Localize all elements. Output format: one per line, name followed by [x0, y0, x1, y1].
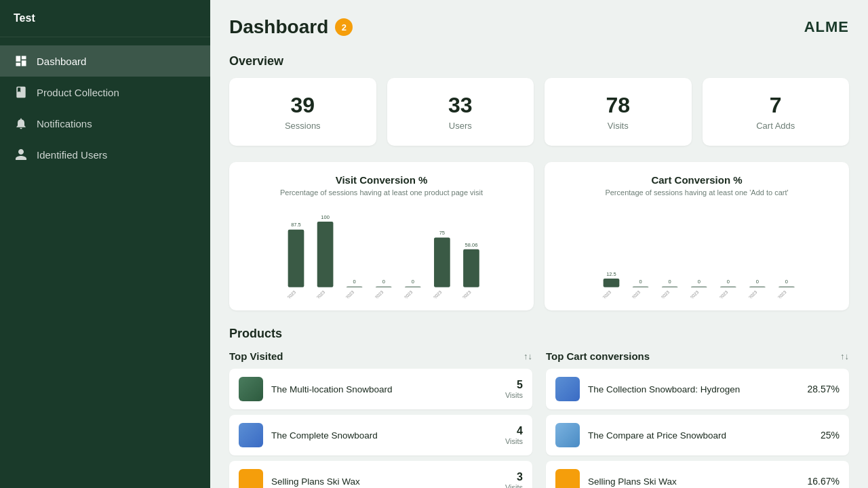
- list-item[interactable]: Selling Plans Ski Wax 16.67%: [546, 461, 849, 488]
- top-visited-col: Top Visited ↑↓ The Multi-location Snowbo…: [229, 350, 532, 488]
- visit-conversion-chart: Visit Conversion % Percentage of session…: [229, 162, 534, 310]
- list-item[interactable]: The Collection Snowboard: Hydrogen 28.57…: [546, 369, 849, 409]
- product-stat: 4 Visits: [505, 425, 523, 445]
- cart-x-label-2: Dec 26, 2023: [648, 289, 670, 298]
- sidebar-item-label: Identified Users: [37, 149, 107, 161]
- stat-card-users: 33 Users: [387, 78, 534, 146]
- cart-bar-label-5: 0: [756, 279, 759, 285]
- stat-label-sessions: Sessions: [240, 121, 366, 131]
- cart-x-label-1: Dec 27, 2023: [619, 289, 641, 298]
- x-label-5: Dec 23, 2023: [420, 289, 442, 298]
- bar-label-2: 0: [353, 279, 356, 285]
- cart-bar-label-3: 0: [698, 279, 701, 285]
- list-item[interactable]: The Compare at Price Snowboard 25%: [546, 415, 849, 455]
- sidebar-nav: Dashboard Product Collection Notificatio…: [0, 37, 210, 178]
- sidebar-item-notifications[interactable]: Notifications: [0, 108, 210, 139]
- cart-bar-label-1: 0: [639, 279, 642, 285]
- stat-card-visits: 78 Visits: [545, 78, 692, 146]
- top-cart-title: Top Cart conversions: [546, 350, 650, 362]
- bar-group-cart: 12.5 0 0 0 0 0 0: [604, 271, 795, 287]
- product-thumb: [555, 423, 580, 447]
- list-item[interactable]: Selling Plans Ski Wax 3 Visits: [229, 461, 532, 488]
- x-axis-labels: Dec 28, 2023 Dec 27, 2023 Dec 26, 2023 D…: [275, 289, 472, 298]
- bar-4: [405, 287, 421, 287]
- cart-bar-label-4: 0: [727, 279, 730, 285]
- x-label-6: Dec 22, 2023: [450, 289, 472, 298]
- cart-x-label-0: Dec 28, 2023: [590, 289, 612, 298]
- cart-x-label-6: Dec 22, 2023: [766, 289, 787, 298]
- main-content: Dashboard 2 ALME Overview 39 Sessions 33…: [210, 0, 868, 488]
- product-stat-label: Visits: [505, 437, 523, 445]
- sort-icon-visited[interactable]: ↑↓: [524, 351, 532, 361]
- bar-label-0: 87.5: [291, 222, 301, 228]
- notification-badge[interactable]: 2: [335, 18, 353, 36]
- bar-0: [288, 230, 304, 287]
- top-visited-header: Top Visited ↑↓: [229, 350, 532, 362]
- bar-5: [434, 238, 450, 287]
- visit-conversion-title: Visit Conversion %: [241, 174, 521, 186]
- stat-label-cart-adds: Cart Adds: [713, 121, 839, 131]
- stat-card-sessions: 39 Sessions: [229, 78, 376, 146]
- x-label-1: Dec 27, 2023: [304, 289, 326, 298]
- products-section: Products Top Visited ↑↓ The Multi-locati…: [229, 327, 849, 488]
- overview-section-title: Overview: [229, 54, 849, 68]
- product-name: The Multi-location Snowboard: [271, 384, 497, 394]
- x-label-2: Dec 26, 2023: [333, 289, 355, 298]
- x-label-3: Dec 25, 2023: [362, 289, 384, 298]
- product-thumb: [555, 469, 580, 488]
- cart-bar-3: [691, 287, 707, 287]
- product-name: Selling Plans Ski Wax: [271, 476, 497, 487]
- stat-value-users: 33: [398, 93, 524, 118]
- bar-label-5: 75: [439, 230, 445, 236]
- sidebar-item-product-collection[interactable]: Product Collection: [0, 77, 210, 108]
- cart-bar-chart: 12.5 0 0 0 0 0 0: [557, 203, 837, 298]
- product-name: The Complete Snowboard: [271, 430, 497, 441]
- cart-bar-label-2: 0: [669, 279, 671, 285]
- top-cart-header: Top Cart conversions ↑↓: [546, 350, 849, 362]
- page-title-area: Dashboard 2: [229, 16, 353, 38]
- page-title: Dashboard: [229, 16, 328, 38]
- product-thumb: [239, 423, 263, 447]
- product-stat-value: 4: [505, 425, 523, 437]
- cart-bar-1: [633, 287, 649, 287]
- sidebar-item-dashboard[interactable]: Dashboard: [0, 45, 210, 77]
- list-item[interactable]: The Complete Snowboard 4 Visits: [229, 415, 532, 455]
- cart-bar-6: [778, 287, 795, 287]
- visit-conversion-subtitle: Percentage of sessions having at least o…: [241, 188, 521, 197]
- sort-icon-cart[interactable]: ↑↓: [840, 351, 849, 361]
- sidebar-item-identified-users[interactable]: Identified Users: [0, 139, 210, 170]
- x-label-4: Dec 24, 2023: [391, 289, 413, 298]
- bar-label-1: 100: [321, 214, 330, 220]
- bar-label-6: 58.06: [465, 242, 478, 248]
- bar-label-3: 0: [382, 279, 385, 285]
- visit-bar-chart: 87.5 100 0 0 0 75 58.06: [241, 203, 521, 298]
- product-stat-value: 5: [505, 379, 523, 391]
- stat-value-sessions: 39: [240, 93, 366, 118]
- top-cart-col: Top Cart conversions ↑↓ The Collection S…: [546, 350, 849, 488]
- list-item[interactable]: The Multi-location Snowboard 5 Visits: [229, 369, 532, 409]
- product-thumb: [239, 469, 263, 488]
- bar-2: [347, 287, 363, 287]
- product-stat: 5 Visits: [505, 379, 523, 399]
- sidebar-item-label: Product Collection: [37, 87, 119, 98]
- bar-6: [463, 249, 479, 287]
- bar-label-4: 0: [412, 279, 414, 285]
- product-name: Selling Plans Ski Wax: [588, 476, 794, 487]
- cart-bar-label-6: 0: [785, 279, 788, 285]
- stat-value-cart-adds: 7: [713, 93, 839, 118]
- app-name: Test: [0, 0, 210, 37]
- products-section-title: Products: [229, 327, 849, 341]
- cart-conversion-chart: Cart Conversion % Percentage of sessions…: [545, 162, 849, 310]
- product-stat-label: Visits: [505, 483, 523, 488]
- dashboard-icon: [14, 54, 28, 68]
- cart-bar-5: [749, 287, 766, 287]
- bar-1: [317, 222, 334, 287]
- cart-x-label-3: Dec 25, 2023: [677, 289, 699, 298]
- product-stat-value: 3: [505, 471, 523, 483]
- top-visited-title: Top Visited: [229, 350, 283, 362]
- product-percent: 28.57%: [802, 384, 840, 394]
- overview-cards: 39 Sessions 33 Users 78 Visits 7 Cart Ad…: [229, 78, 849, 146]
- product-percent: 16.67%: [802, 476, 840, 487]
- stat-value-visits: 78: [555, 93, 681, 118]
- cart-bar-0: [604, 279, 620, 287]
